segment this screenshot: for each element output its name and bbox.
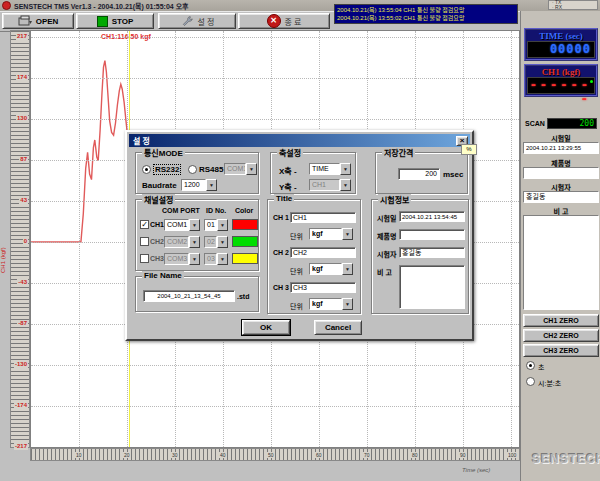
ch2-checkbox[interactable] — [140, 237, 149, 246]
chevron-down-icon: ▼ — [217, 253, 228, 265]
channels-legend: 채널설정 — [142, 194, 175, 205]
sidebar-date-field[interactable]: 2004.10.21 13:29:55 — [523, 142, 599, 154]
ch2-label: CH2 — [150, 238, 164, 245]
ch3-label: CH3 — [150, 255, 164, 262]
rs485-com-select[interactable]: COM1 ▼ — [224, 163, 257, 175]
time-format-hms-radio[interactable] — [526, 377, 535, 386]
file-ext-label: .std — [237, 293, 249, 300]
x-tick-label: 50 — [267, 452, 275, 458]
title-ch3-input[interactable]: CH3 — [290, 282, 356, 293]
title-ch2-input[interactable]: CH2 — [290, 247, 356, 258]
x-tick-label: 20 — [123, 452, 131, 458]
ch1-id-select[interactable]: 01 ▼ — [204, 219, 228, 231]
settings-button[interactable]: 설 정 — [158, 13, 236, 29]
rs485-label[interactable]: RS485 — [199, 165, 223, 174]
ch1-com-select[interactable]: COM1 ▼ — [164, 219, 200, 231]
file-name-input[interactable]: 2004_10_21_13_54_45 — [143, 290, 235, 302]
sidebar-product-field[interactable] — [523, 167, 599, 179]
app-window: { "window": { "title": "SENSTECH TMS Ver… — [0, 0, 600, 481]
time-lcd-value: 00000 — [527, 41, 595, 58]
senstech-logo: SENSTECH — [532, 452, 600, 466]
save-interval-group: 저장간격 200 msec — [375, 152, 468, 194]
axis-settings-group: 축설정 X축 - TIME ▼ Y축 - CH1 ▼ — [270, 152, 356, 194]
tester-label: 시험자 — [377, 249, 396, 259]
ch3-checkbox[interactable] — [140, 254, 149, 263]
cancel-button[interactable]: Cancel — [314, 320, 362, 335]
y-tick-label: 130 — [16, 115, 28, 122]
ch3-zero-button[interactable]: CH3 ZERO — [523, 344, 599, 357]
unit-label: 단위 — [290, 231, 303, 241]
y-tick-label: 43 — [19, 197, 28, 204]
ch2-id-select[interactable]: 02 ▼ — [204, 236, 228, 248]
interval-input[interactable]: 200 — [398, 168, 440, 180]
grid-line-v — [79, 31, 80, 447]
unit-ch3-select[interactable]: kgf ▼ — [309, 298, 353, 310]
x-axis-value: TIME — [309, 163, 340, 175]
ch2-color-swatch[interactable] — [232, 236, 258, 247]
test-info-group: 시험정보 시험일 2004.10.21 13:54:45 제품명 시험자 홍길동… — [371, 199, 469, 314]
note-textarea[interactable] — [399, 265, 465, 309]
ch2-zero-button[interactable]: CH2 ZERO — [523, 329, 599, 342]
ch1-color-swatch[interactable] — [232, 219, 258, 230]
ch1-panel-title: CH1 (kgf) — [527, 67, 595, 77]
stop-icon — [97, 16, 108, 27]
ch1-zero-button[interactable]: CH1 ZERO — [523, 314, 599, 327]
ch2-com-value: COM2 — [164, 236, 189, 248]
chevron-down-icon: ▼ — [217, 219, 228, 231]
baudrate-select[interactable]: 1200 ▼ — [181, 179, 217, 191]
x-tick-label: 40 — [219, 452, 227, 458]
unit-ch2-value: kgf — [309, 263, 342, 275]
exit-button[interactable]: ✕ 종 료 — [238, 13, 330, 29]
ch2-com-select[interactable]: COM2 ▼ — [164, 236, 200, 248]
ch1-lcd-digits: ------- — [530, 78, 591, 106]
unit-ch2-select[interactable]: kgf ▼ — [309, 263, 353, 275]
rs232-label[interactable]: RS232 — [154, 165, 180, 174]
open-button[interactable]: OPEN — [2, 13, 74, 29]
title-ch1-input[interactable]: CH1 — [290, 212, 356, 223]
sidebar-note-textarea[interactable] — [523, 215, 599, 310]
x-tick-label: 10 — [75, 452, 83, 458]
sidebar-tester-field[interactable]: 홍길동 — [523, 191, 599, 203]
ch1-lcd-value: ------- — [527, 77, 595, 94]
title-legend: Title — [274, 194, 294, 203]
y-axis-select[interactable]: CH1 ▼ — [309, 179, 351, 191]
tester-input[interactable]: 홍길동 — [399, 247, 465, 258]
stop-button[interactable]: STOP — [76, 13, 154, 29]
chevron-down-icon: ▼ — [340, 163, 351, 175]
ch3-color-swatch[interactable] — [232, 253, 258, 264]
ch3-id-value: 03 — [204, 253, 217, 265]
col-color: Color — [235, 207, 253, 214]
title-ch2-label: CH 2 — [273, 249, 289, 256]
rs485-radio[interactable] — [188, 165, 197, 174]
test-info-legend: 시험정보 — [378, 194, 411, 205]
y-axis-value: CH1 — [309, 179, 340, 191]
dialog-titlebar[interactable]: 설 정 × — [129, 134, 470, 147]
ch1-checkbox[interactable]: ✓ — [140, 220, 149, 229]
rs232-radio[interactable] — [142, 165, 151, 174]
settings-label: 설 정 — [198, 16, 215, 27]
chevron-down-icon: ▼ — [217, 236, 228, 248]
note-label: 비 고 — [377, 267, 392, 277]
x-axis-select[interactable]: TIME ▼ — [309, 163, 351, 175]
app-icon — [2, 1, 11, 10]
ch1-label: CH1 — [150, 221, 164, 228]
ch3-com-select[interactable]: COM3 ▼ — [164, 253, 200, 265]
unit-ch1-select[interactable]: kgf ▼ — [309, 228, 353, 240]
test-date-input[interactable]: 2004.10.21 13:54:45 — [399, 211, 465, 222]
time-format-hms-label: 시:분:초 — [538, 378, 561, 388]
open-icon — [18, 15, 32, 27]
col-id-no: ID No. — [206, 207, 226, 214]
x-tick-label: 70 — [363, 452, 371, 458]
comm-status-line: 2004.10.21(목) 13:55:04 CH1 통신 불량 점검요망 — [337, 6, 515, 14]
time-format-sec-radio[interactable] — [526, 361, 535, 370]
product-input[interactable] — [399, 229, 465, 240]
y-tick-label: 0 — [23, 238, 28, 245]
y-tick-label: -217 — [14, 443, 28, 450]
ch3-id-select[interactable]: 03 ▼ — [204, 253, 228, 265]
chevron-down-icon: ▼ — [189, 253, 200, 265]
unit-label: 단위 — [290, 301, 303, 311]
ok-button[interactable]: OK — [242, 320, 290, 335]
time-format-sec-label: 초 — [538, 362, 544, 372]
x-axis-title: Time (sec) — [462, 467, 490, 473]
grid-line-v — [511, 31, 512, 447]
